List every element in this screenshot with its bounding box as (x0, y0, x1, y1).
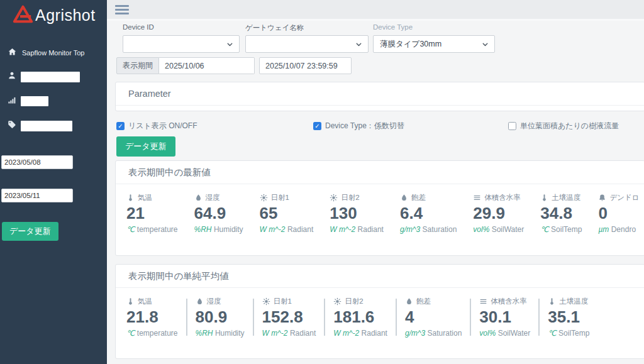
metric-header: 日射2 (333, 297, 387, 306)
top-bar (107, 0, 644, 21)
metric-header: 土壌温度 (540, 193, 582, 202)
metric-card-Radiant: 日射165W m^-2 Radiant (252, 193, 322, 234)
metric-card-Radiant: 日射2130W m^-2 Radiant (321, 193, 392, 234)
metric-value: 4 (405, 308, 462, 327)
metric-unit-name: temperature (137, 329, 178, 338)
metric-unit-symbol: W m^-2 (262, 329, 288, 338)
metric-value: 30.1 (479, 308, 530, 327)
metric-card-Dendro: デンドロ0µm Dendro (590, 193, 644, 234)
metric-unit-name: Humidity (214, 225, 243, 234)
metric-card-SoilTemp: 土壌温度35.1℃ SoilTemp (540, 297, 597, 338)
metric-unit-symbol: g/m^3 (405, 329, 425, 338)
checkbox-icon (116, 122, 125, 130)
metric-unit: %RH Humidity (194, 225, 243, 234)
sidebar-data-refresh-button[interactable]: データ更新 (2, 222, 58, 241)
sidebar-start-date-input[interactable] (1, 155, 73, 169)
chevron-down-icon (355, 40, 363, 48)
metric-unit-name: temperature (137, 225, 178, 234)
average-values-title: 表示期間中の単純平均値 (116, 265, 644, 288)
thermometer-icon (540, 194, 548, 202)
period-start-input[interactable] (159, 57, 255, 74)
home-icon (8, 47, 17, 58)
metric-unit: g/m^3 Saturation (405, 329, 462, 338)
metric-card-temperature: 気温21℃ temperature (126, 193, 186, 234)
metric-header: 日射1 (260, 193, 314, 202)
sap-flow-per-leaf-checkbox[interactable]: 単位葉面積あたりの樹液流量 (508, 121, 619, 131)
metric-unit-symbol: vol% (473, 225, 489, 234)
signal-field-row (8, 96, 107, 107)
sidebar-end-date-input[interactable] (1, 189, 73, 202)
metric-card-Humidity: 湿度80.9%RH Humidity (187, 297, 253, 338)
logo-text: Agrishot (35, 6, 96, 25)
metric-card-temperature: 気温21.8℃ temperature (126, 297, 186, 338)
masked-device-value[interactable] (21, 96, 48, 106)
metric-label: 湿度 (207, 297, 221, 306)
metric-label: 飽差 (416, 297, 431, 306)
waves-icon (473, 194, 481, 202)
thermometer-icon (548, 297, 556, 306)
metric-value: 0 (598, 204, 639, 223)
tag-field-row (8, 120, 107, 131)
metric-label: 気温 (138, 193, 152, 202)
metric-unit-name: SoilWater (492, 225, 525, 234)
metric-unit: ℃ temperature (126, 225, 178, 234)
average-values-cards: 気温21.8℃ temperature湿度80.9%RH Humidity日射1… (116, 288, 644, 338)
metric-unit-symbol: ℃ (548, 329, 556, 338)
metric-label: デンドロ (609, 193, 639, 202)
metric-label: 気温 (138, 297, 152, 306)
checkbox-icon (313, 122, 321, 130)
signal-bars-icon (8, 96, 16, 107)
chevron-down-icon (226, 40, 234, 48)
metric-header: 日射1 (262, 297, 316, 306)
metric-header: 飽差 (400, 193, 457, 202)
device-type-coef-label: Device Type：係数切替 (325, 121, 404, 131)
sidebar-item-sapflow-monitor-top[interactable]: Sapflow Monitor Top (8, 47, 107, 58)
metric-header: 体積含水率 (473, 193, 524, 202)
display-period-label: 表示期間 (116, 57, 159, 74)
device-type-coef-checkbox[interactable]: Device Type：係数切替 (313, 121, 404, 131)
metric-unit: vol% SoilWater (473, 225, 524, 234)
metric-unit-symbol: %RH (194, 225, 212, 234)
metric-value: 181.6 (333, 308, 387, 327)
masked-user-value[interactable] (21, 72, 80, 82)
checkbox-icon (508, 122, 516, 130)
metric-unit-symbol: W m^-2 (333, 329, 359, 338)
data-refresh-button[interactable]: データ更新 (116, 136, 175, 157)
metric-unit-name: SoilWater (498, 329, 531, 338)
metric-card-Saturation: 飽差6.4g/m^3 Saturation (392, 193, 465, 234)
metric-value: 130 (330, 204, 384, 223)
metric-unit-name: Humidity (215, 329, 245, 338)
metric-label: 日射2 (341, 193, 359, 202)
thermometer-icon (126, 194, 135, 202)
menu-toggle-button[interactable] (115, 5, 129, 16)
waves-icon (479, 297, 487, 306)
metric-label: 日射1 (271, 193, 289, 202)
app-root: Agrishot Sapflow Monitor Top データ更新 (0, 0, 644, 364)
metric-unit-name: Saturation (423, 225, 457, 234)
metric-card-SoilWater: 体積含水率29.9vol% SoilWater (465, 193, 532, 234)
metric-unit: W m^-2 Radiant (262, 329, 316, 338)
list-display-checkbox[interactable]: リスト表示 ON/OFF (116, 121, 197, 131)
metric-unit-symbol: %RH (196, 329, 213, 338)
device-type-select[interactable]: 薄膜タイプ30mm (373, 35, 495, 53)
metric-value: 64.9 (194, 204, 243, 223)
metric-unit: vol% SoilWater (479, 329, 530, 338)
metric-unit-symbol: W m^-2 (260, 225, 286, 234)
metric-unit-symbol: µm (598, 225, 609, 234)
metric-header: 湿度 (196, 297, 245, 306)
metric-value: 29.9 (473, 204, 524, 223)
sun-icon (330, 194, 338, 202)
metric-header: 気温 (126, 193, 178, 202)
device-id-select[interactable] (123, 35, 240, 53)
gateway-select[interactable] (245, 35, 369, 53)
masked-tag-value[interactable] (21, 121, 72, 131)
metric-unit: W m^-2 Radiant (260, 225, 314, 234)
metric-header: デンドロ (598, 193, 639, 202)
metric-header: 飽差 (405, 297, 462, 306)
metric-unit-name: Saturation (428, 329, 462, 338)
metric-card-SoilTemp: 土壌温度34.8℃ SoilTemp (532, 193, 590, 234)
tag-icon (8, 120, 16, 131)
metric-unit: W m^-2 Radiant (330, 225, 384, 234)
droplet-icon (194, 194, 203, 202)
period-end-input[interactable] (259, 57, 352, 74)
